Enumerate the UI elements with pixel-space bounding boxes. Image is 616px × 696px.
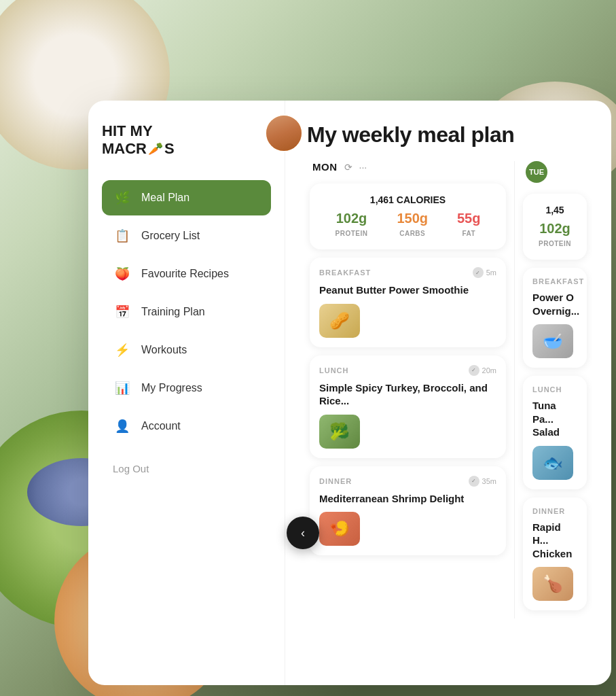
day-column-tue: TUE 1,45 102g PROTEIN BR xyxy=(518,161,592,619)
meal-thumb-img-breakfast-tue: 🥣 xyxy=(532,324,573,358)
protein-macro-mon: 102g PROTEIN xyxy=(335,211,367,239)
meal-thumb-breakfast-tue: 🥣 xyxy=(532,324,573,358)
meal-card-mon-lunch[interactable]: LUNCH ✓ 20m Simple Spicy Turkey, Broccol… xyxy=(310,355,506,458)
sidebar-item-favourite-recipes[interactable]: 🍑 Favourite Recipes xyxy=(102,256,271,292)
day-label-mon: MON xyxy=(312,161,338,173)
meal-type-label-dinner-tue: DINNER xyxy=(532,507,565,515)
carbs-value-mon: 150g xyxy=(397,211,428,226)
account-icon: 👤 xyxy=(113,417,132,436)
logo-line2-suffix: S xyxy=(164,140,175,158)
calories-total-tue: 1,45 xyxy=(534,205,576,215)
more-icon-mon[interactable]: ··· xyxy=(359,162,367,173)
meal-type-label-lunch-tue: LUNCH xyxy=(532,385,562,394)
time-value-lunch: 20m xyxy=(482,366,496,375)
logo-line2-text: MACR xyxy=(102,140,147,158)
meal-name-breakfast-tue: Power O Overnig... xyxy=(532,291,577,317)
logo-text-block: HIT MY MACR 🥕 S xyxy=(102,122,175,158)
back-icon: ‹ xyxy=(301,526,305,540)
meal-type-row-dinner-tue: DINNER xyxy=(532,507,577,515)
sidebar-item-account[interactable]: 👤 Account xyxy=(102,408,271,444)
meal-type-label-breakfast-mon: BREAKFAST xyxy=(319,268,371,277)
calories-card-mon: 1,461 CALORIES 102g PROTEIN 150g CARBS 5… xyxy=(310,184,506,249)
logo-carrot-icon: 🥕 xyxy=(148,142,163,157)
time-check-dinner-icon: ✓ xyxy=(469,476,479,487)
meal-type-row-lunch-tue: LUNCH xyxy=(532,385,577,394)
meal-thumb-img-lunch-tue: 🐟 xyxy=(532,446,573,480)
workouts-icon: ⚡ xyxy=(113,341,132,360)
time-value: 5m xyxy=(486,268,496,277)
grocery-list-icon: 📋 xyxy=(113,226,132,245)
meal-thumb-breakfast-mon: 🥜 xyxy=(319,304,360,338)
protein-value-mon: 102g xyxy=(335,211,367,226)
sidebar-item-label-favourite-recipes: Favourite Recipes xyxy=(141,268,229,280)
meal-card-mon-breakfast[interactable]: BREAKFAST ✓ 5m Peanut Butter Power Smoot… xyxy=(310,258,506,347)
main-header: My weekly meal plan xyxy=(285,101,611,161)
fat-label-mon: FAT xyxy=(462,230,475,237)
sidebar-item-grocery-list[interactable]: 📋 Grocery List xyxy=(102,218,271,254)
avatar[interactable] xyxy=(265,114,303,152)
meal-thumb-img-dinner-mon: 🍤 xyxy=(319,512,360,546)
logo-line1: HIT MY xyxy=(102,122,175,140)
refresh-icon-mon[interactable]: ⟳ xyxy=(344,162,352,173)
tue-active-chip: TUE xyxy=(526,161,547,183)
days-scroll: MON ⟳ ··· 1,461 CALORIES 102g PROTEIN 15… xyxy=(285,161,611,619)
meal-type-row-dinner-mon: DINNER ✓ 35m xyxy=(319,476,496,487)
meal-name-lunch-tue: Tuna Pa... Salad xyxy=(532,399,577,439)
logo-line2: MACR 🥕 S xyxy=(102,140,175,158)
carbs-macro-mon: 150g CARBS xyxy=(397,211,428,239)
macros-row-mon: 102g PROTEIN 150g CARBS 55g FAT xyxy=(321,211,495,239)
carbs-label-mon: CARBS xyxy=(399,230,425,237)
protein-macro-tue: 102g PROTEIN xyxy=(539,221,571,249)
day-header-mon: MON ⟳ ··· xyxy=(310,161,506,173)
meal-thumb-lunch-mon: 🥦 xyxy=(319,415,360,449)
meal-thumb-dinner-tue: 🍗 xyxy=(532,567,573,601)
sidebar-item-label-training-plan: Training Plan xyxy=(141,306,205,318)
meal-name-dinner-mon: Mediterranean Shrimp Delight xyxy=(319,492,496,506)
training-plan-icon: 📅 xyxy=(113,302,132,321)
sidebar-item-label-workouts: Workouts xyxy=(141,344,187,356)
sidebar-item-meal-plan[interactable]: 🌿 Meal Plan xyxy=(102,180,271,215)
calories-total-mon: 1,461 CALORIES xyxy=(321,194,495,205)
logo: HIT MY MACR 🥕 S xyxy=(102,122,271,158)
sidebar-item-my-progress[interactable]: 📊 My Progress xyxy=(102,370,271,406)
back-button[interactable]: ‹ xyxy=(287,517,319,549)
meal-type-row-breakfast-mon: BREAKFAST ✓ 5m xyxy=(319,267,496,278)
sidebar-item-label-meal-plan: Meal Plan xyxy=(141,192,189,204)
logout-button[interactable]: Log Out xyxy=(102,455,271,483)
sidebar-item-workouts[interactable]: ⚡ Workouts xyxy=(102,332,271,368)
time-check-icon: ✓ xyxy=(473,267,484,278)
meal-thumb-img-lunch-mon: 🥦 xyxy=(319,415,360,449)
day-label-tue: TUE xyxy=(529,168,544,176)
meal-name-lunch-mon: Simple Spicy Turkey, Broccoli, and Rice.… xyxy=(319,381,496,408)
favourite-recipes-icon: 🍑 xyxy=(113,264,132,283)
meal-name-dinner-tue: Rapid H... Chicken xyxy=(532,521,577,561)
meal-type-row-lunch-mon: LUNCH ✓ 20m xyxy=(319,365,496,376)
avatar-face xyxy=(266,116,302,151)
meal-time-breakfast-mon: ✓ 5m xyxy=(473,267,496,278)
meal-thumb-lunch-tue: 🐟 xyxy=(532,446,573,480)
fat-macro-mon: 55g FAT xyxy=(457,211,480,239)
meal-card-tue-lunch[interactable]: LUNCH Tuna Pa... Salad 🐟 xyxy=(523,376,587,489)
sidebar-item-training-plan[interactable]: 📅 Training Plan xyxy=(102,294,271,330)
meal-thumb-img-breakfast-mon: 🥜 xyxy=(319,304,360,338)
meal-thumb-img-dinner-tue: 🍗 xyxy=(532,567,573,601)
col-separator xyxy=(514,161,515,619)
protein-label-mon: PROTEIN xyxy=(335,230,367,237)
sidebar-nav: 🌿 Meal Plan 📋 Grocery List 🍑 Favourite R… xyxy=(102,180,271,444)
meal-time-dinner-mon: ✓ 35m xyxy=(469,476,496,487)
day-column-mon: MON ⟳ ··· 1,461 CALORIES 102g PROTEIN 15… xyxy=(304,161,511,619)
my-progress-icon: 📊 xyxy=(113,379,132,398)
meal-type-label-lunch-mon: LUNCH xyxy=(319,366,349,375)
meal-card-tue-dinner[interactable]: DINNER Rapid H... Chicken 🍗 xyxy=(523,498,587,611)
meal-type-row-breakfast-tue: BREAKFAST xyxy=(532,277,577,285)
sidebar-item-label-grocery-list: Grocery List xyxy=(141,230,200,242)
meal-card-mon-dinner[interactable]: DINNER ✓ 35m Mediterranean Shrimp Deligh… xyxy=(310,466,506,556)
protein-value-tue: 102g xyxy=(539,221,571,237)
meal-card-tue-breakfast[interactable]: BREAKFAST Power O Overnig... 🥣 xyxy=(523,268,587,368)
page-title: My weekly meal plan xyxy=(307,122,590,147)
meal-plan-icon: 🌿 xyxy=(113,188,132,207)
time-check-lunch-icon: ✓ xyxy=(469,365,479,376)
calories-card-tue: 1,45 102g PROTEIN xyxy=(523,194,587,260)
protein-label-tue: PROTEIN xyxy=(539,240,571,247)
time-value-dinner: 35m xyxy=(482,477,496,485)
